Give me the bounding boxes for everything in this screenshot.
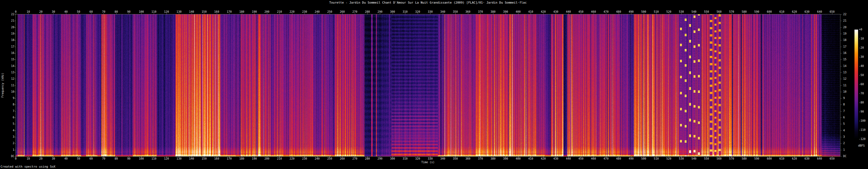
- x-tick-label: 540: [691, 157, 696, 160]
- x-tick-mark: [91, 13, 91, 14]
- x-tick-label: 550: [704, 10, 709, 13]
- x-tick-mark: [795, 13, 795, 14]
- x-tick-label: 510: [654, 157, 659, 160]
- y-tick-mark: [14, 34, 16, 34]
- x-tick-mark: [330, 157, 330, 158]
- y-tick-label: 15: [843, 58, 846, 61]
- x-tick-label: 130: [177, 157, 181, 160]
- x-tick-mark: [606, 157, 606, 158]
- x-tick-label: 240: [315, 157, 320, 160]
- x-tick-label: 50: [77, 10, 80, 13]
- y-tick-label: 2: [3, 142, 14, 145]
- x-tick-mark: [568, 157, 569, 158]
- y-tick-label: 9: [3, 96, 14, 100]
- x-tick-label: 580: [742, 157, 747, 160]
- x-tick-label: 370: [478, 10, 483, 13]
- x-tick-label: 570: [729, 157, 734, 160]
- x-tick-label: 30: [52, 157, 55, 160]
- x-tick-mark: [355, 13, 355, 14]
- y-tick-mark: [14, 124, 16, 124]
- x-axis-title: Time (s): [421, 161, 435, 164]
- x-tick-label: 160: [214, 10, 219, 13]
- x-tick-mark: [455, 157, 456, 158]
- x-tick-label: 640: [817, 10, 822, 13]
- x-tick-mark: [242, 157, 242, 158]
- x-tick-mark: [719, 13, 719, 14]
- x-tick-label: 210: [277, 10, 282, 13]
- x-tick-label: 410: [528, 157, 533, 160]
- y-tick-label: 1: [3, 148, 14, 151]
- x-tick-label: 440: [566, 157, 571, 160]
- x-tick-mark: [669, 157, 669, 158]
- x-tick-mark: [380, 157, 380, 158]
- x-tick-mark: [53, 13, 54, 14]
- x-tick-mark: [129, 157, 129, 158]
- x-tick-mark: [795, 157, 795, 158]
- x-tick-label: 250: [327, 10, 332, 13]
- x-tick-mark: [229, 13, 229, 14]
- x-tick-label: 490: [629, 157, 633, 160]
- x-tick-mark: [455, 13, 456, 14]
- y-tick-mark: [841, 79, 841, 79]
- x-tick-label: 70: [102, 157, 105, 160]
- x-tick-mark: [543, 13, 544, 14]
- y-tick-mark: [14, 27, 16, 28]
- x-tick-label: 140: [189, 10, 194, 13]
- y-tick-label: 5: [3, 122, 14, 125]
- x-tick-label: 490: [629, 10, 633, 13]
- x-tick-mark: [669, 13, 669, 14]
- x-tick-label: 190: [252, 10, 257, 13]
- x-tick-label: 500: [641, 157, 646, 160]
- x-tick-mark: [644, 157, 644, 158]
- x-tick-mark: [91, 157, 91, 158]
- x-tick-label: 280: [365, 10, 370, 13]
- x-tick-mark: [16, 13, 16, 14]
- x-tick-label: 100: [139, 10, 144, 13]
- y-tick-mark: [14, 105, 16, 105]
- x-tick-label: 0: [15, 10, 17, 13]
- x-tick-mark: [393, 157, 393, 158]
- x-tick-mark: [330, 13, 330, 14]
- x-tick-label: 530: [679, 157, 684, 160]
- colorbar-tick-label: -110: [859, 128, 866, 131]
- x-tick-mark: [443, 13, 443, 14]
- y-tick-label: 21: [3, 19, 14, 22]
- x-tick-label: 600: [767, 10, 772, 13]
- spectrogram-window: Tourette - Jardin Du Sommeil Chant D'Amo…: [0, 0, 868, 169]
- y-tick-mark: [14, 53, 16, 53]
- x-tick-mark: [16, 157, 16, 158]
- x-tick-label: 330: [428, 10, 433, 13]
- x-tick-mark: [631, 157, 631, 158]
- x-tick-label: 540: [691, 10, 696, 13]
- y-tick-mark: [841, 98, 841, 98]
- x-tick-mark: [644, 13, 644, 14]
- x-tick-label: 250: [327, 157, 332, 160]
- x-tick-label: 320: [415, 157, 420, 160]
- x-tick-label: 270: [352, 10, 357, 13]
- x-tick-label: 150: [202, 157, 207, 160]
- x-tick-mark: [468, 13, 468, 14]
- x-tick-label: 620: [792, 10, 797, 13]
- x-tick-label: 330: [428, 157, 433, 160]
- x-tick-mark: [531, 157, 531, 158]
- y-tick-mark: [841, 40, 841, 40]
- x-tick-mark: [66, 157, 66, 158]
- y-tick-mark: [841, 117, 841, 118]
- x-tick-label: 60: [89, 10, 93, 13]
- x-tick-mark: [769, 13, 770, 14]
- x-tick-label: 480: [616, 157, 621, 160]
- x-tick-label: 430: [553, 10, 558, 13]
- y-tick-mark: [841, 105, 841, 105]
- x-tick-label: 150: [202, 10, 207, 13]
- x-tick-label: 350: [453, 10, 458, 13]
- x-tick-label: 50: [77, 157, 80, 160]
- x-tick-mark: [518, 13, 519, 14]
- x-tick-label: 400: [516, 10, 521, 13]
- x-tick-mark: [279, 157, 280, 158]
- x-tick-label: 210: [277, 157, 282, 160]
- x-tick-label: 180: [239, 10, 244, 13]
- y-tick-mark: [841, 34, 841, 34]
- x-tick-mark: [317, 157, 317, 158]
- x-tick-label: 600: [767, 157, 772, 160]
- x-tick-mark: [166, 157, 167, 158]
